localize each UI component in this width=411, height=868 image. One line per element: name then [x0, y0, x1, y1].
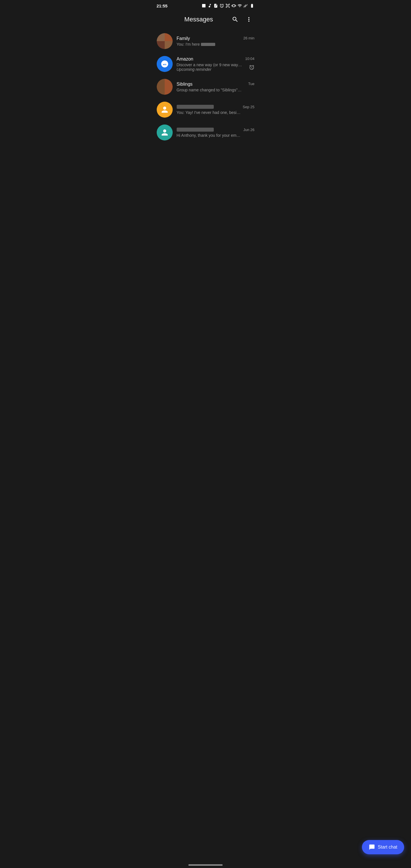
- status-time: 21:55: [157, 3, 167, 8]
- avatar-amazon: a: [157, 56, 173, 72]
- conv-content-amazon: Amazon 10:04 Discover a new way (or 9 ne…: [177, 57, 255, 72]
- conversation-item-siblings[interactable]: Siblings Tue Group name changed to "Sibl…: [152, 75, 259, 98]
- conv-name-family: Family: [177, 36, 241, 41]
- signal-icon: [244, 3, 248, 8]
- conversation-item-amazon[interactable]: a Amazon 10:04 Discover a new way (or 9 …: [152, 53, 259, 75]
- search-icon: [232, 16, 239, 23]
- conv-preview-contact1: You: Yay! I've never had one, besides th…: [177, 110, 242, 115]
- photo-icon: [201, 3, 206, 8]
- conv-name-amazon: Amazon: [177, 57, 243, 62]
- avatar-contact1: [157, 102, 173, 118]
- conv-time-siblings: Tue: [248, 82, 255, 86]
- conv-name-siblings: Siblings: [177, 82, 246, 87]
- conversation-item-contact2[interactable]: Jun 26 Hi Anthony, thank you for your em…: [152, 121, 259, 144]
- battery-icon: [249, 3, 255, 8]
- conv-header-siblings: Siblings Tue: [177, 82, 255, 87]
- conv-time-amazon: 10:04: [245, 57, 255, 61]
- home-indicator: [188, 864, 223, 866]
- vibrate-icon: [231, 3, 236, 8]
- amazon-logo-icon: a: [160, 59, 170, 69]
- conv-time-family: 26 min: [243, 36, 254, 40]
- conv-preview-contact2: Hi Anthony, thank you for your email. Th…: [177, 133, 242, 137]
- search-button[interactable]: [229, 14, 241, 25]
- conv-content-contact1: Sep 25 You: Yay! I've never had one, bes…: [177, 105, 255, 115]
- alarm-status-icon: [220, 3, 224, 8]
- person-icon-contact1: [160, 105, 169, 114]
- conv-name-contact1-blurred: [177, 105, 214, 109]
- svg-text:a: a: [163, 61, 166, 65]
- conv-header-family: Family 26 min: [177, 36, 255, 41]
- avatar-siblings: [157, 79, 173, 95]
- conv-reminder-amazon: Upcoming reminder: [177, 67, 242, 72]
- status-icons: [201, 3, 255, 8]
- conv-content-siblings: Siblings Tue Group name changed to "Sibl…: [177, 82, 255, 92]
- conversation-item-contact1[interactable]: Sep 25 You: Yay! I've never had one, bes…: [152, 98, 259, 121]
- conv-header-contact1: Sep 25: [177, 105, 255, 110]
- conv-content-family: Family 26 min You: I'm here: [177, 36, 255, 46]
- conv-preview-siblings: Group name changed to "Siblings"…: [177, 88, 242, 92]
- conv-preview-amazon: Discover a new way (or 9 new ways!) to c…: [177, 63, 242, 67]
- conv-time-contact1: Sep 25: [243, 105, 254, 109]
- reminder-icon: [249, 65, 255, 71]
- person-icon-contact2: [160, 128, 169, 137]
- more-vert-icon: [246, 16, 252, 23]
- page-title: Messages: [168, 16, 229, 23]
- more-options-button[interactable]: [243, 14, 255, 25]
- status-bar: 21:55: [152, 0, 259, 10]
- avatar-contact2: [157, 124, 173, 141]
- conversation-list: Family 26 min You: I'm here a Amazon 10:…: [152, 30, 259, 144]
- conv-content-contact2: Jun 26 Hi Anthony, thank you for your em…: [177, 128, 255, 137]
- header-actions: [229, 14, 255, 25]
- conv-preview-family: You: I'm here: [177, 42, 215, 46]
- music-icon: [208, 3, 212, 8]
- conv-name-contact2-blurred: [177, 128, 214, 132]
- conv-header-amazon: Amazon 10:04: [177, 57, 255, 62]
- header: Messages: [152, 10, 259, 30]
- conv-time-contact2: Jun 26: [243, 128, 254, 132]
- task-icon: [214, 3, 218, 8]
- wifi-icon: [238, 3, 242, 8]
- camera-icon: [225, 3, 230, 8]
- avatar-family: [157, 33, 173, 49]
- conv-header-contact2: Jun 26: [177, 128, 255, 132]
- conversation-item-family[interactable]: Family 26 min You: I'm here: [152, 30, 259, 53]
